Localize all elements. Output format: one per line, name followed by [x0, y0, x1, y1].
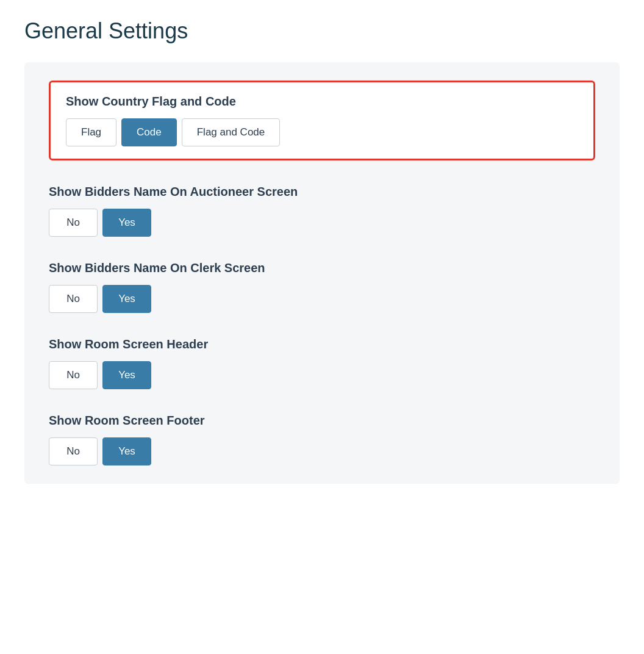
button-group-room-header: No Yes	[49, 361, 595, 389]
setting-group-room-header: Show Room Screen Header No Yes	[49, 337, 595, 389]
room-footer-yes-button[interactable]: Yes	[102, 437, 151, 465]
bidders-clerk-no-button[interactable]: No	[49, 285, 98, 313]
button-group-flag-code: Flag Code Flag and Code	[66, 118, 578, 146]
setting-label-flag-code: Show Country Flag and Code	[66, 95, 578, 109]
page-title: General Settings	[24, 18, 620, 44]
button-group-room-footer: No Yes	[49, 437, 595, 465]
setting-label-bidders-clerk: Show Bidders Name On Clerk Screen	[49, 261, 595, 275]
setting-group-bidders-auctioneer: Show Bidders Name On Auctioneer Screen N…	[49, 185, 595, 237]
flag-and-code-button[interactable]: Flag and Code	[182, 118, 281, 146]
room-header-no-button[interactable]: No	[49, 361, 98, 389]
setting-group-bidders-clerk: Show Bidders Name On Clerk Screen No Yes	[49, 261, 595, 313]
setting-label-bidders-auctioneer: Show Bidders Name On Auctioneer Screen	[49, 185, 595, 199]
flag-button[interactable]: Flag	[66, 118, 116, 146]
setting-group-flag-code: Show Country Flag and Code Flag Code Fla…	[49, 81, 595, 160]
bidders-clerk-yes-button[interactable]: Yes	[102, 285, 151, 313]
setting-group-room-footer: Show Room Screen Footer No Yes	[49, 414, 595, 465]
setting-label-room-footer: Show Room Screen Footer	[49, 414, 595, 428]
room-header-yes-button[interactable]: Yes	[102, 361, 151, 389]
room-footer-no-button[interactable]: No	[49, 437, 98, 465]
code-button[interactable]: Code	[121, 118, 177, 146]
button-group-bidders-clerk: No Yes	[49, 285, 595, 313]
bidders-auctioneer-yes-button[interactable]: Yes	[102, 209, 151, 237]
setting-label-room-header: Show Room Screen Header	[49, 337, 595, 351]
settings-container: Show Country Flag and Code Flag Code Fla…	[24, 62, 620, 484]
bidders-auctioneer-no-button[interactable]: No	[49, 209, 98, 237]
button-group-bidders-auctioneer: No Yes	[49, 209, 595, 237]
